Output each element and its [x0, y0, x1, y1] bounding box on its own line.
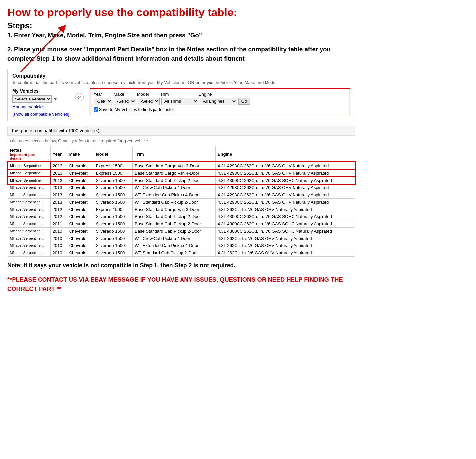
compat-count: This part is compatible with 1000 vehicl…: [7, 126, 355, 136]
show-compatible-link[interactable]: [show all compatible vehicles]: [12, 112, 69, 117]
table-row: Mfrlabel:Serpentine ...2012ChevroletSilv…: [8, 213, 355, 220]
go-button[interactable]: Go: [238, 98, 250, 105]
engine-select[interactable]: All Engines: [200, 98, 237, 105]
notes-header: Notes Important part details: [8, 146, 50, 162]
year-select[interactable]: -Select-: [94, 98, 112, 105]
trim-select[interactable]: All Trims: [161, 98, 198, 105]
dropdown-arrow-icon: ▼: [53, 97, 58, 101]
year-header: Year: [50, 146, 67, 162]
table-row: Mfrlabel:Serpentine ...2010ChevroletSilv…: [8, 227, 355, 235]
trim-header: Trim: [132, 146, 215, 162]
model-header: Model: [94, 146, 132, 162]
manage-vehicles-link[interactable]: Manage vehicles: [12, 104, 69, 109]
make-select[interactable]: -Select-: [114, 98, 136, 105]
engine-label: Engine: [199, 92, 235, 97]
ymm-section: Year Make Model Trim Engine -Select- -Se…: [90, 88, 350, 115]
table-row: Mfrlabel:Serpentine ...2013ChevroletSilv…: [8, 184, 355, 191]
year-label: Year: [94, 92, 112, 97]
main-title: How to properly use the compatibility ta…: [7, 6, 355, 19]
table-row: Mfrlabel:Serpentine ...2012ChevroletExpr…: [8, 206, 355, 213]
my-vehicles-section: My Vehicles Select a vehicle ▼ Manage ve…: [12, 88, 69, 117]
contact-text: **PLEASE CONTACT US VIA EBAY MESSAGE IF …: [7, 275, 355, 293]
compat-subtitle: To confirm that this part fits your vehi…: [12, 80, 350, 85]
my-vehicles-label: My Vehicles: [12, 88, 69, 94]
compatibility-table: Notes Important part details Year Make M…: [7, 146, 355, 257]
save-checkbox[interactable]: [94, 107, 98, 112]
steps-heading: Steps:: [7, 21, 355, 30]
select-vehicle-dropdown[interactable]: Select a vehicle: [12, 95, 52, 103]
table-row: Mfrlabel:Serpentine ...2013ChevroletSilv…: [8, 177, 355, 184]
table-row: Mfrlabel:Serpentine ...2010ChevroletSilv…: [8, 242, 355, 249]
make-label: Make: [114, 92, 135, 97]
step2-text: 2. Place your mouse over "Important Part…: [7, 45, 355, 63]
step1-text: 1. Enter Year, Make, Model, Trim, Engine…: [7, 32, 355, 39]
table-row: Mfrlabel:Serpentine ...2013ChevroletSilv…: [8, 191, 355, 198]
quantity-note: In the notes section below, Quantity ref…: [7, 138, 355, 143]
table-row: Mfrlabel:Serpentine ...2011ChevroletSilv…: [8, 220, 355, 227]
trim-label: Trim: [160, 92, 197, 97]
save-label: Save to My Vehicles to finds parts faste…: [99, 107, 174, 112]
table-row: Mfrlabel:Serpentine....2013ChevroletExpr…: [8, 169, 355, 177]
compat-title: Compatibility: [12, 73, 350, 79]
step-note: Note: if it says your vehicle is not com…: [7, 261, 355, 270]
or-divider: or: [75, 93, 84, 101]
compatibility-panel: Compatibility To confirm that this part …: [7, 69, 355, 121]
table-row: Mfrlabel:Serpentine ...2010ChevroletSilv…: [8, 249, 355, 256]
model-label: Model: [137, 92, 158, 97]
make-header: Make: [67, 146, 94, 162]
table-row: Mfrlabel:Serpentine ...2013ChevroletSilv…: [8, 198, 355, 206]
engine-header: Engine: [215, 146, 355, 162]
model-select[interactable]: -Select-: [138, 98, 160, 105]
table-row: Mfrlabel:Serpentine ....2013ChevroletExp…: [8, 162, 355, 169]
table-row: Mfrlabel:Serpentine ...2010ChevroletSilv…: [8, 235, 355, 242]
